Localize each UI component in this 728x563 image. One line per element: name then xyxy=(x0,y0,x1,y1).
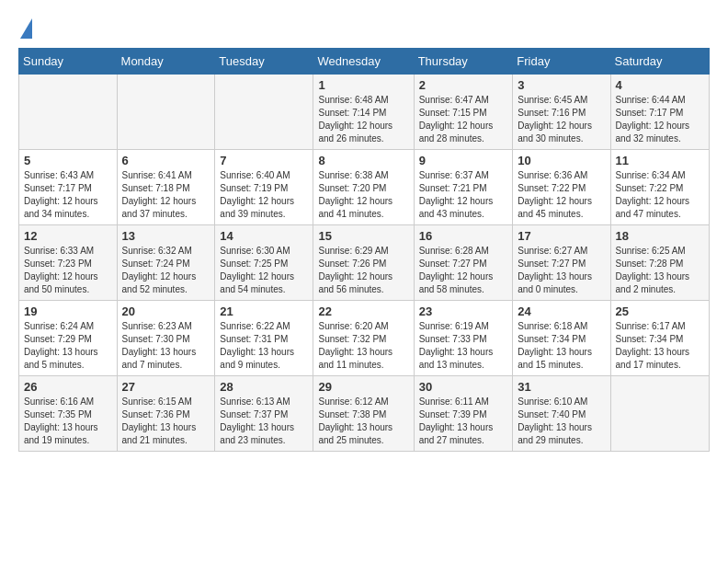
day-number: 12 xyxy=(24,229,112,243)
calendar-cell: 18Sunrise: 6:25 AM Sunset: 7:28 PM Dayli… xyxy=(610,225,709,301)
day-info: Sunrise: 6:23 AM Sunset: 7:30 PM Dayligh… xyxy=(122,320,210,372)
day-number: 21 xyxy=(220,304,308,318)
calendar-cell: 15Sunrise: 6:29 AM Sunset: 7:26 PM Dayli… xyxy=(313,225,414,301)
day-number: 15 xyxy=(318,229,408,243)
calendar-cell: 28Sunrise: 6:13 AM Sunset: 7:37 PM Dayli… xyxy=(215,376,313,452)
day-info: Sunrise: 6:48 AM Sunset: 7:14 PM Dayligh… xyxy=(318,94,408,145)
calendar-cell xyxy=(610,376,709,452)
day-number: 8 xyxy=(318,154,408,167)
calendar-week-row: 26Sunrise: 6:16 AM Sunset: 7:35 PM Dayli… xyxy=(19,376,710,452)
day-number: 16 xyxy=(419,229,508,243)
day-number: 2 xyxy=(419,78,508,92)
day-number: 22 xyxy=(318,304,408,318)
calendar-cell: 25Sunrise: 6:17 AM Sunset: 7:34 PM Dayli… xyxy=(610,301,709,376)
day-number: 24 xyxy=(518,304,605,318)
calendar-cell: 14Sunrise: 6:30 AM Sunset: 7:25 PM Dayli… xyxy=(215,225,313,301)
logo xyxy=(18,18,32,39)
day-number: 13 xyxy=(122,229,210,243)
calendar-cell xyxy=(19,75,118,150)
calendar-week-row: 12Sunrise: 6:33 AM Sunset: 7:23 PM Dayli… xyxy=(19,225,710,301)
day-info: Sunrise: 6:15 AM Sunset: 7:36 PM Dayligh… xyxy=(122,396,210,447)
calendar-table: SundayMondayTuesdayWednesdayThursdayFrid… xyxy=(18,48,710,452)
day-info: Sunrise: 6:44 AM Sunset: 7:17 PM Dayligh… xyxy=(616,94,704,145)
calendar-cell: 20Sunrise: 6:23 AM Sunset: 7:30 PM Dayli… xyxy=(117,301,215,376)
calendar-cell: 7Sunrise: 6:40 AM Sunset: 7:19 PM Daylig… xyxy=(215,150,313,225)
day-number: 20 xyxy=(122,304,210,318)
day-info: Sunrise: 6:47 AM Sunset: 7:15 PM Dayligh… xyxy=(419,94,508,145)
day-info: Sunrise: 6:28 AM Sunset: 7:27 PM Dayligh… xyxy=(419,245,508,296)
day-number: 6 xyxy=(122,154,210,167)
day-number: 28 xyxy=(220,380,308,394)
day-info: Sunrise: 6:40 AM Sunset: 7:19 PM Dayligh… xyxy=(220,169,308,221)
day-number: 30 xyxy=(419,380,508,394)
header-wednesday: Wednesday xyxy=(313,49,414,75)
calendar-cell: 13Sunrise: 6:32 AM Sunset: 7:24 PM Dayli… xyxy=(117,225,215,301)
day-number: 17 xyxy=(518,229,605,243)
calendar-cell: 29Sunrise: 6:12 AM Sunset: 7:38 PM Dayli… xyxy=(313,376,414,452)
day-info: Sunrise: 6:37 AM Sunset: 7:21 PM Dayligh… xyxy=(419,169,508,221)
calendar-cell: 1Sunrise: 6:48 AM Sunset: 7:14 PM Daylig… xyxy=(313,75,414,150)
calendar-cell: 26Sunrise: 6:16 AM Sunset: 7:35 PM Dayli… xyxy=(19,376,118,452)
logo-triangle-icon xyxy=(20,18,32,39)
header-saturday: Saturday xyxy=(610,49,709,75)
day-number: 5 xyxy=(24,154,112,167)
day-info: Sunrise: 6:36 AM Sunset: 7:22 PM Dayligh… xyxy=(518,169,605,221)
day-info: Sunrise: 6:27 AM Sunset: 7:27 PM Dayligh… xyxy=(518,245,605,296)
day-info: Sunrise: 6:41 AM Sunset: 7:18 PM Dayligh… xyxy=(122,169,210,221)
day-info: Sunrise: 6:30 AM Sunset: 7:25 PM Dayligh… xyxy=(220,245,308,296)
calendar-cell: 11Sunrise: 6:34 AM Sunset: 7:22 PM Dayli… xyxy=(610,150,709,225)
day-info: Sunrise: 6:29 AM Sunset: 7:26 PM Dayligh… xyxy=(318,245,408,296)
calendar-header-row: SundayMondayTuesdayWednesdayThursdayFrid… xyxy=(19,49,710,75)
calendar-cell: 10Sunrise: 6:36 AM Sunset: 7:22 PM Dayli… xyxy=(513,150,610,225)
day-info: Sunrise: 6:25 AM Sunset: 7:28 PM Dayligh… xyxy=(616,245,704,296)
day-number: 4 xyxy=(616,78,704,92)
calendar-cell: 22Sunrise: 6:20 AM Sunset: 7:32 PM Dayli… xyxy=(313,301,414,376)
header-sunday: Sunday xyxy=(19,49,118,75)
calendar-cell: 16Sunrise: 6:28 AM Sunset: 7:27 PM Dayli… xyxy=(414,225,513,301)
day-number: 10 xyxy=(518,154,605,167)
day-number: 19 xyxy=(24,304,112,318)
day-info: Sunrise: 6:22 AM Sunset: 7:31 PM Dayligh… xyxy=(220,320,308,372)
day-info: Sunrise: 6:32 AM Sunset: 7:24 PM Dayligh… xyxy=(122,245,210,296)
calendar-cell: 27Sunrise: 6:15 AM Sunset: 7:36 PM Dayli… xyxy=(117,376,215,452)
calendar-cell xyxy=(117,75,215,150)
calendar-cell: 3Sunrise: 6:45 AM Sunset: 7:16 PM Daylig… xyxy=(513,75,610,150)
page-header xyxy=(18,18,710,39)
calendar-cell: 17Sunrise: 6:27 AM Sunset: 7:27 PM Dayli… xyxy=(513,225,610,301)
calendar-cell: 19Sunrise: 6:24 AM Sunset: 7:29 PM Dayli… xyxy=(19,301,118,376)
calendar-week-row: 1Sunrise: 6:48 AM Sunset: 7:14 PM Daylig… xyxy=(19,75,710,150)
calendar-cell: 6Sunrise: 6:41 AM Sunset: 7:18 PM Daylig… xyxy=(117,150,215,225)
calendar-cell: 31Sunrise: 6:10 AM Sunset: 7:40 PM Dayli… xyxy=(513,376,610,452)
day-info: Sunrise: 6:45 AM Sunset: 7:16 PM Dayligh… xyxy=(518,94,605,145)
day-number: 31 xyxy=(518,380,605,394)
day-number: 7 xyxy=(220,154,308,167)
calendar-cell: 30Sunrise: 6:11 AM Sunset: 7:39 PM Dayli… xyxy=(414,376,513,452)
day-number: 27 xyxy=(122,380,210,394)
day-info: Sunrise: 6:43 AM Sunset: 7:17 PM Dayligh… xyxy=(24,169,112,221)
day-info: Sunrise: 6:34 AM Sunset: 7:22 PM Dayligh… xyxy=(616,169,704,221)
calendar-cell: 12Sunrise: 6:33 AM Sunset: 7:23 PM Dayli… xyxy=(19,225,118,301)
day-number: 26 xyxy=(24,380,112,394)
day-number: 11 xyxy=(616,154,704,167)
day-number: 14 xyxy=(220,229,308,243)
day-info: Sunrise: 6:13 AM Sunset: 7:37 PM Dayligh… xyxy=(220,396,308,447)
day-info: Sunrise: 6:16 AM Sunset: 7:35 PM Dayligh… xyxy=(24,396,112,447)
day-info: Sunrise: 6:12 AM Sunset: 7:38 PM Dayligh… xyxy=(318,396,408,447)
header-tuesday: Tuesday xyxy=(215,49,313,75)
day-info: Sunrise: 6:18 AM Sunset: 7:34 PM Dayligh… xyxy=(518,320,605,372)
day-info: Sunrise: 6:17 AM Sunset: 7:34 PM Dayligh… xyxy=(616,320,704,372)
day-info: Sunrise: 6:33 AM Sunset: 7:23 PM Dayligh… xyxy=(24,245,112,296)
day-number: 3 xyxy=(518,78,605,92)
day-info: Sunrise: 6:38 AM Sunset: 7:20 PM Dayligh… xyxy=(318,169,408,221)
day-number: 25 xyxy=(616,304,704,318)
calendar-week-row: 5Sunrise: 6:43 AM Sunset: 7:17 PM Daylig… xyxy=(19,150,710,225)
day-number: 9 xyxy=(419,154,508,167)
calendar-cell: 23Sunrise: 6:19 AM Sunset: 7:33 PM Dayli… xyxy=(414,301,513,376)
calendar-week-row: 19Sunrise: 6:24 AM Sunset: 7:29 PM Dayli… xyxy=(19,301,710,376)
day-number: 23 xyxy=(419,304,508,318)
calendar-cell: 9Sunrise: 6:37 AM Sunset: 7:21 PM Daylig… xyxy=(414,150,513,225)
day-number: 1 xyxy=(318,78,408,92)
day-info: Sunrise: 6:10 AM Sunset: 7:40 PM Dayligh… xyxy=(518,396,605,447)
day-number: 18 xyxy=(616,229,704,243)
calendar-cell: 4Sunrise: 6:44 AM Sunset: 7:17 PM Daylig… xyxy=(610,75,709,150)
